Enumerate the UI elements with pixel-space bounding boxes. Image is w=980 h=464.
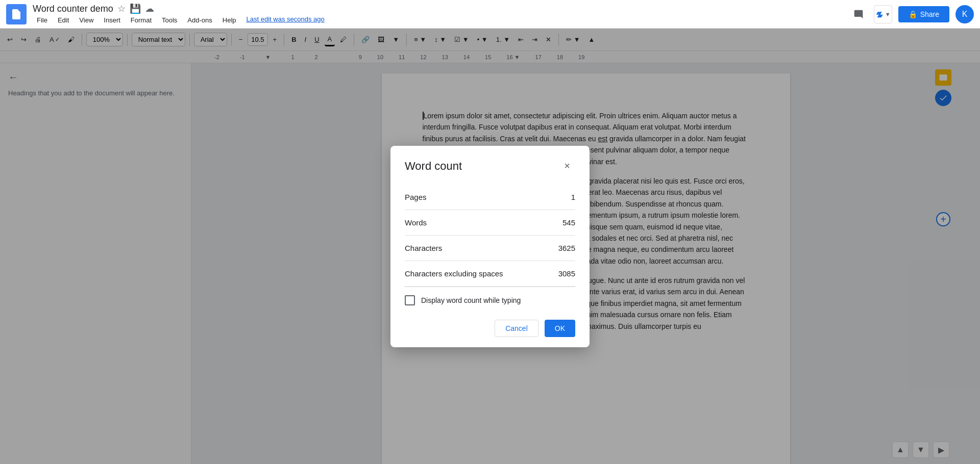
cloud-icon[interactable]: ☁ bbox=[145, 3, 154, 14]
dialog-row-chars-no-spaces: Characters excluding spaces 3085 bbox=[405, 261, 575, 287]
words-value: 545 bbox=[562, 218, 575, 227]
checkbox-row: Display word count while typing bbox=[405, 287, 575, 316]
characters-label: Characters bbox=[405, 244, 442, 252]
dialog-header: Word count × bbox=[405, 158, 575, 174]
word-count-dialog: Word count × Pages 1 Words 545 Character… bbox=[390, 146, 590, 347]
dialog-overlay: Word count × Pages 1 Words 545 Character… bbox=[0, 29, 980, 464]
dialog-close-button[interactable]: × bbox=[559, 158, 575, 174]
menu-help[interactable]: Help bbox=[218, 15, 240, 25]
doc-title-area: Word counter demo ☆ 💾 ☁ File Edit View I… bbox=[33, 3, 849, 25]
chars-no-spaces-value: 3085 bbox=[558, 269, 575, 278]
app-icon[interactable] bbox=[6, 4, 27, 24]
lock-icon: 🔒 bbox=[909, 10, 917, 18]
share-label: Share bbox=[920, 10, 939, 18]
chars-no-spaces-label: Characters excluding spaces bbox=[405, 269, 503, 278]
comment-icon[interactable] bbox=[849, 5, 868, 23]
drive-icon[interactable]: ▼ bbox=[874, 5, 892, 23]
menu-view[interactable]: View bbox=[75, 15, 97, 25]
dialog-row-pages: Pages 1 bbox=[405, 185, 575, 210]
menu-tools[interactable]: Tools bbox=[158, 15, 181, 25]
menu-format[interactable]: Format bbox=[127, 15, 156, 25]
dialog-row-characters: Characters 3625 bbox=[405, 236, 575, 261]
dialog-row-words: Words 545 bbox=[405, 210, 575, 236]
top-bar: Word counter demo ☆ 💾 ☁ File Edit View I… bbox=[0, 0, 980, 29]
pages-value: 1 bbox=[571, 193, 575, 201]
pages-label: Pages bbox=[405, 193, 427, 201]
menu-addons[interactable]: Add-ons bbox=[183, 15, 216, 25]
checkbox-label: Display word count while typing bbox=[421, 296, 521, 304]
dialog-title: Word count bbox=[405, 160, 462, 173]
doc-title[interactable]: Word counter demo bbox=[33, 4, 113, 14]
dialog-actions: Cancel OK bbox=[405, 316, 575, 337]
star-icon[interactable]: ☆ bbox=[117, 3, 126, 14]
last-edit: Last edit was seconds ago bbox=[247, 15, 325, 25]
share-button[interactable]: 🔒 Share bbox=[898, 6, 949, 22]
display-count-checkbox[interactable] bbox=[405, 295, 415, 305]
menu-edit[interactable]: Edit bbox=[54, 15, 73, 25]
menu-insert[interactable]: Insert bbox=[100, 15, 125, 25]
menu-bar: File Edit View Insert Format Tools Add-o… bbox=[33, 15, 849, 25]
avatar[interactable]: K bbox=[955, 5, 974, 23]
cancel-button[interactable]: Cancel bbox=[495, 320, 538, 337]
save-icon[interactable]: 💾 bbox=[130, 3, 141, 14]
words-label: Words bbox=[405, 218, 427, 227]
characters-value: 3625 bbox=[558, 244, 575, 252]
menu-file[interactable]: File bbox=[33, 15, 52, 25]
ok-button[interactable]: OK bbox=[545, 320, 575, 337]
top-bar-right: ▼ 🔒 Share K bbox=[849, 5, 974, 23]
